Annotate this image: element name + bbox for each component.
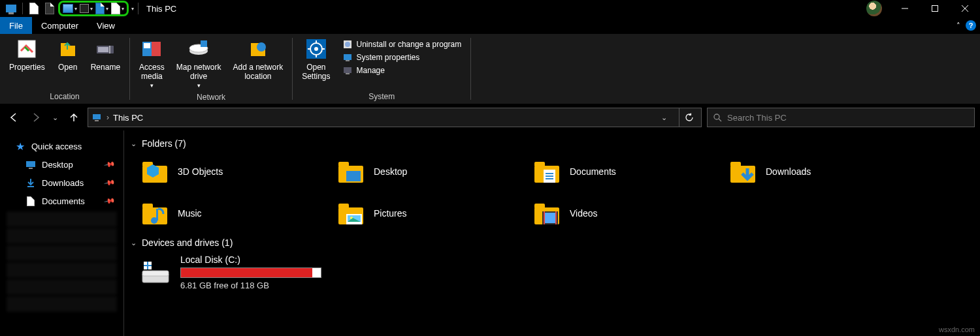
svg-rect-1 xyxy=(932,6,938,12)
refresh-button[interactable] xyxy=(679,108,698,127)
minimize-button[interactable] xyxy=(890,0,920,17)
pin-icon: 📌 xyxy=(104,195,116,207)
svg-rect-72 xyxy=(148,262,152,265)
maximize-button[interactable] xyxy=(920,0,950,17)
access-media-icon xyxy=(140,38,163,60)
manage-icon xyxy=(342,65,353,76)
folder-3d-objects[interactable]: 3D Objects xyxy=(140,155,336,188)
svg-point-27 xyxy=(345,42,350,47)
svg-point-21 xyxy=(314,47,318,51)
search-icon xyxy=(713,113,722,122)
breadcrumb-box[interactable]: › This PC ⌄ xyxy=(88,108,702,127)
tab-computer[interactable]: Computer xyxy=(32,17,88,34)
section-header-drives[interactable]: ⌄ Devices and drives (1) xyxy=(131,237,973,248)
chevron-down-icon[interactable]: ⌄ xyxy=(661,114,667,122)
map-drive-icon xyxy=(188,38,210,60)
svg-rect-67 xyxy=(545,213,555,223)
drive-usage-bar xyxy=(180,267,321,278)
svg-rect-32 xyxy=(93,114,101,119)
properties-button[interactable]: Properties xyxy=(5,37,49,91)
svg-point-34 xyxy=(714,114,719,119)
downloads-icon xyxy=(25,177,37,189)
access-media-button[interactable]: Access media▾ xyxy=(135,37,169,91)
nav-back-button[interactable] xyxy=(5,109,22,126)
svg-rect-31 xyxy=(346,73,350,74)
breadcrumb-this-pc[interactable]: This PC xyxy=(113,113,143,123)
this-pc-icon xyxy=(91,112,103,123)
chevron-right-icon[interactable]: › xyxy=(106,113,109,122)
folder-downloads[interactable]: Downloads xyxy=(728,155,924,188)
qat-item-1[interactable]: ▾ xyxy=(63,4,77,13)
qat-item-4[interactable]: ▾ xyxy=(111,3,124,14)
drive-local-c[interactable]: Local Disk (C:) 6.81 GB free of 118 GB xyxy=(140,254,973,290)
search-box[interactable] xyxy=(707,108,975,127)
map-network-drive-button[interactable]: Map network drive▾ xyxy=(172,37,225,91)
sidebar-item-documents[interactable]: Documents 📌 xyxy=(0,192,123,210)
svg-rect-15 xyxy=(201,40,207,47)
folder-desktop[interactable]: Desktop xyxy=(336,155,532,188)
qat-customize-icon[interactable]: ▾ xyxy=(131,6,134,12)
svg-rect-54 xyxy=(142,204,153,209)
svg-rect-29 xyxy=(346,60,350,61)
svg-line-35 xyxy=(719,119,721,121)
svg-rect-56 xyxy=(156,209,158,221)
nav-history-button[interactable]: ⌄ xyxy=(50,109,60,126)
svg-rect-69 xyxy=(142,271,169,276)
user-avatar-icon[interactable] xyxy=(866,1,882,16)
sysprops-icon xyxy=(342,52,353,63)
collapse-ribbon-icon[interactable]: ˄ xyxy=(956,22,960,30)
chevron-down-icon: ⌄ xyxy=(131,239,137,247)
add-location-icon xyxy=(247,38,269,60)
qat-item-2[interactable]: ▾ xyxy=(80,4,93,13)
ribbon: Properties Open Rename Location xyxy=(0,34,980,104)
folder-videos[interactable]: Videos xyxy=(532,197,728,230)
star-icon: ★ xyxy=(14,140,26,152)
qat-item-3[interactable]: ▾ xyxy=(95,3,108,14)
help-icon[interactable]: ? xyxy=(966,20,976,31)
folder-pictures[interactable]: Pictures xyxy=(336,197,532,230)
svg-rect-66 xyxy=(555,211,557,224)
main-area: ★ Quick access Desktop 📌 Downloads 📌 Doc… xyxy=(0,130,980,336)
folder-music[interactable]: Music xyxy=(140,197,336,230)
open-settings-button[interactable]: Open Settings xyxy=(298,37,334,91)
nav-forward-button[interactable] xyxy=(27,109,44,126)
svg-rect-8 xyxy=(98,47,108,52)
search-input[interactable] xyxy=(727,113,969,123)
close-button[interactable] xyxy=(950,0,980,17)
open-icon xyxy=(57,38,79,60)
rename-button[interactable]: Rename xyxy=(87,37,124,91)
sidebar-quick-access[interactable]: ★ Quick access xyxy=(0,137,123,155)
sidebar-item-blurred xyxy=(7,262,117,278)
titlebar-doc-icon-2 xyxy=(42,2,57,15)
section-header-folders[interactable]: ⌄ Folders (7) xyxy=(131,138,973,149)
drive-icon xyxy=(140,259,171,286)
open-button[interactable]: Open xyxy=(53,37,83,91)
uninstall-program-button[interactable]: Uninstall or change a program xyxy=(342,39,462,50)
svg-rect-52 xyxy=(730,162,741,167)
folder-icon xyxy=(336,157,366,187)
tab-view[interactable]: View xyxy=(88,17,124,34)
folders-grid: 3D Objects Desktop Documents Downloads M… xyxy=(140,155,973,230)
tab-file[interactable]: File xyxy=(0,17,32,34)
manage-button[interactable]: Manage xyxy=(342,65,462,76)
sidebar-item-downloads[interactable]: Downloads 📌 xyxy=(0,174,123,192)
folder-documents[interactable]: Documents xyxy=(532,155,728,188)
titlebar-separator xyxy=(22,3,23,14)
svg-rect-11 xyxy=(152,42,161,56)
svg-rect-33 xyxy=(95,120,99,121)
watermark: wsxdn.com xyxy=(939,326,975,333)
add-network-location-button[interactable]: Add a network location xyxy=(229,37,287,91)
pin-icon: 📌 xyxy=(104,159,116,171)
documents-icon xyxy=(25,195,37,207)
titlebar-doc-icon-1 xyxy=(27,2,41,15)
svg-rect-74 xyxy=(148,266,152,269)
svg-rect-44 xyxy=(346,171,361,181)
drive-free-text: 6.81 GB free of 118 GB xyxy=(180,281,321,290)
svg-rect-58 xyxy=(338,204,349,209)
system-properties-button[interactable]: System properties xyxy=(342,52,462,63)
sidebar-item-desktop[interactable]: Desktop 📌 xyxy=(0,155,123,174)
nav-up-button[interactable] xyxy=(65,109,82,126)
sidebar-item-blurred xyxy=(7,245,117,261)
pin-icon: 📌 xyxy=(104,177,116,189)
chevron-down-icon: ⌄ xyxy=(52,114,58,122)
